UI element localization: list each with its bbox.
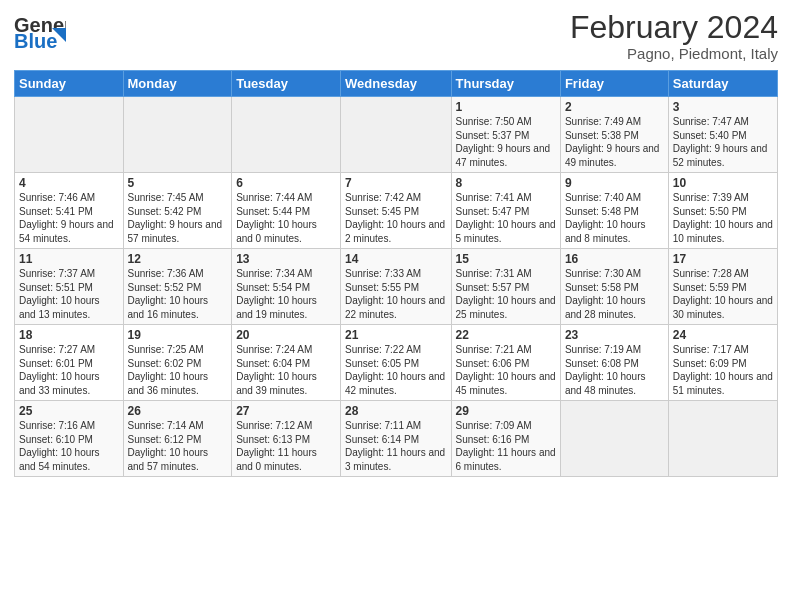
day-number: 26	[128, 404, 228, 418]
day-number: 2	[565, 100, 664, 114]
day-info: Sunrise: 7:27 AM Sunset: 6:01 PM Dayligh…	[19, 343, 119, 397]
day-number: 5	[128, 176, 228, 190]
day-number: 11	[19, 252, 119, 266]
day-number: 19	[128, 328, 228, 342]
day-number: 3	[673, 100, 773, 114]
table-row: 24Sunrise: 7:17 AM Sunset: 6:09 PM Dayli…	[668, 325, 777, 401]
day-number: 13	[236, 252, 336, 266]
table-row: 11Sunrise: 7:37 AM Sunset: 5:51 PM Dayli…	[15, 249, 124, 325]
table-row	[232, 97, 341, 173]
table-row: 12Sunrise: 7:36 AM Sunset: 5:52 PM Dayli…	[123, 249, 232, 325]
day-number: 14	[345, 252, 446, 266]
table-row: 10Sunrise: 7:39 AM Sunset: 5:50 PM Dayli…	[668, 173, 777, 249]
calendar-week-row: 25Sunrise: 7:16 AM Sunset: 6:10 PM Dayli…	[15, 401, 778, 477]
table-row: 7Sunrise: 7:42 AM Sunset: 5:45 PM Daylig…	[341, 173, 451, 249]
day-info: Sunrise: 7:36 AM Sunset: 5:52 PM Dayligh…	[128, 267, 228, 321]
day-number: 8	[456, 176, 556, 190]
day-info: Sunrise: 7:44 AM Sunset: 5:44 PM Dayligh…	[236, 191, 336, 245]
table-row: 3Sunrise: 7:47 AM Sunset: 5:40 PM Daylig…	[668, 97, 777, 173]
table-row: 1Sunrise: 7:50 AM Sunset: 5:37 PM Daylig…	[451, 97, 560, 173]
table-row: 27Sunrise: 7:12 AM Sunset: 6:13 PM Dayli…	[232, 401, 341, 477]
day-number: 7	[345, 176, 446, 190]
day-number: 18	[19, 328, 119, 342]
day-info: Sunrise: 7:16 AM Sunset: 6:10 PM Dayligh…	[19, 419, 119, 473]
table-row: 17Sunrise: 7:28 AM Sunset: 5:59 PM Dayli…	[668, 249, 777, 325]
day-number: 25	[19, 404, 119, 418]
day-info: Sunrise: 7:46 AM Sunset: 5:41 PM Dayligh…	[19, 191, 119, 245]
day-number: 28	[345, 404, 446, 418]
day-info: Sunrise: 7:40 AM Sunset: 5:48 PM Dayligh…	[565, 191, 664, 245]
day-info: Sunrise: 7:28 AM Sunset: 5:59 PM Dayligh…	[673, 267, 773, 321]
logo-icon: General Blue	[14, 10, 66, 52]
day-number: 6	[236, 176, 336, 190]
table-row: 5Sunrise: 7:45 AM Sunset: 5:42 PM Daylig…	[123, 173, 232, 249]
day-info: Sunrise: 7:37 AM Sunset: 5:51 PM Dayligh…	[19, 267, 119, 321]
day-number: 1	[456, 100, 556, 114]
day-info: Sunrise: 7:09 AM Sunset: 6:16 PM Dayligh…	[456, 419, 556, 473]
day-info: Sunrise: 7:22 AM Sunset: 6:05 PM Dayligh…	[345, 343, 446, 397]
calendar-week-row: 18Sunrise: 7:27 AM Sunset: 6:01 PM Dayli…	[15, 325, 778, 401]
day-info: Sunrise: 7:49 AM Sunset: 5:38 PM Dayligh…	[565, 115, 664, 169]
calendar-header-row: Sunday Monday Tuesday Wednesday Thursday…	[15, 71, 778, 97]
calendar-week-row: 11Sunrise: 7:37 AM Sunset: 5:51 PM Dayli…	[15, 249, 778, 325]
day-info: Sunrise: 7:30 AM Sunset: 5:58 PM Dayligh…	[565, 267, 664, 321]
table-row	[15, 97, 124, 173]
day-info: Sunrise: 7:45 AM Sunset: 5:42 PM Dayligh…	[128, 191, 228, 245]
table-row: 14Sunrise: 7:33 AM Sunset: 5:55 PM Dayli…	[341, 249, 451, 325]
day-number: 20	[236, 328, 336, 342]
table-row: 4Sunrise: 7:46 AM Sunset: 5:41 PM Daylig…	[15, 173, 124, 249]
table-row: 8Sunrise: 7:41 AM Sunset: 5:47 PM Daylig…	[451, 173, 560, 249]
table-row: 6Sunrise: 7:44 AM Sunset: 5:44 PM Daylig…	[232, 173, 341, 249]
day-info: Sunrise: 7:47 AM Sunset: 5:40 PM Dayligh…	[673, 115, 773, 169]
col-friday: Friday	[560, 71, 668, 97]
day-number: 9	[565, 176, 664, 190]
page-header: General Blue February 2024 Pagno, Piedmo…	[14, 10, 778, 62]
day-info: Sunrise: 7:12 AM Sunset: 6:13 PM Dayligh…	[236, 419, 336, 473]
day-info: Sunrise: 7:33 AM Sunset: 5:55 PM Dayligh…	[345, 267, 446, 321]
day-number: 4	[19, 176, 119, 190]
svg-text:Blue: Blue	[14, 30, 57, 52]
col-sunday: Sunday	[15, 71, 124, 97]
day-number: 17	[673, 252, 773, 266]
day-info: Sunrise: 7:31 AM Sunset: 5:57 PM Dayligh…	[456, 267, 556, 321]
table-row: 9Sunrise: 7:40 AM Sunset: 5:48 PM Daylig…	[560, 173, 668, 249]
day-info: Sunrise: 7:11 AM Sunset: 6:14 PM Dayligh…	[345, 419, 446, 473]
table-row: 25Sunrise: 7:16 AM Sunset: 6:10 PM Dayli…	[15, 401, 124, 477]
page-title: February 2024	[570, 10, 778, 45]
day-info: Sunrise: 7:41 AM Sunset: 5:47 PM Dayligh…	[456, 191, 556, 245]
table-row: 18Sunrise: 7:27 AM Sunset: 6:01 PM Dayli…	[15, 325, 124, 401]
table-row: 23Sunrise: 7:19 AM Sunset: 6:08 PM Dayli…	[560, 325, 668, 401]
day-info: Sunrise: 7:14 AM Sunset: 6:12 PM Dayligh…	[128, 419, 228, 473]
day-number: 27	[236, 404, 336, 418]
day-number: 16	[565, 252, 664, 266]
table-row: 13Sunrise: 7:34 AM Sunset: 5:54 PM Dayli…	[232, 249, 341, 325]
day-info: Sunrise: 7:17 AM Sunset: 6:09 PM Dayligh…	[673, 343, 773, 397]
title-block: February 2024 Pagno, Piedmont, Italy	[570, 10, 778, 62]
table-row: 28Sunrise: 7:11 AM Sunset: 6:14 PM Dayli…	[341, 401, 451, 477]
table-row	[341, 97, 451, 173]
day-info: Sunrise: 7:19 AM Sunset: 6:08 PM Dayligh…	[565, 343, 664, 397]
day-number: 23	[565, 328, 664, 342]
day-info: Sunrise: 7:39 AM Sunset: 5:50 PM Dayligh…	[673, 191, 773, 245]
day-number: 24	[673, 328, 773, 342]
col-tuesday: Tuesday	[232, 71, 341, 97]
table-row: 19Sunrise: 7:25 AM Sunset: 6:02 PM Dayli…	[123, 325, 232, 401]
calendar-week-row: 1Sunrise: 7:50 AM Sunset: 5:37 PM Daylig…	[15, 97, 778, 173]
day-number: 10	[673, 176, 773, 190]
table-row	[668, 401, 777, 477]
col-wednesday: Wednesday	[341, 71, 451, 97]
table-row: 26Sunrise: 7:14 AM Sunset: 6:12 PM Dayli…	[123, 401, 232, 477]
table-row: 29Sunrise: 7:09 AM Sunset: 6:16 PM Dayli…	[451, 401, 560, 477]
calendar-table: Sunday Monday Tuesday Wednesday Thursday…	[14, 70, 778, 477]
table-row: 15Sunrise: 7:31 AM Sunset: 5:57 PM Dayli…	[451, 249, 560, 325]
day-number: 12	[128, 252, 228, 266]
day-number: 29	[456, 404, 556, 418]
day-info: Sunrise: 7:25 AM Sunset: 6:02 PM Dayligh…	[128, 343, 228, 397]
day-info: Sunrise: 7:24 AM Sunset: 6:04 PM Dayligh…	[236, 343, 336, 397]
day-info: Sunrise: 7:50 AM Sunset: 5:37 PM Dayligh…	[456, 115, 556, 169]
day-number: 22	[456, 328, 556, 342]
day-info: Sunrise: 7:21 AM Sunset: 6:06 PM Dayligh…	[456, 343, 556, 397]
col-thursday: Thursday	[451, 71, 560, 97]
day-number: 21	[345, 328, 446, 342]
day-number: 15	[456, 252, 556, 266]
